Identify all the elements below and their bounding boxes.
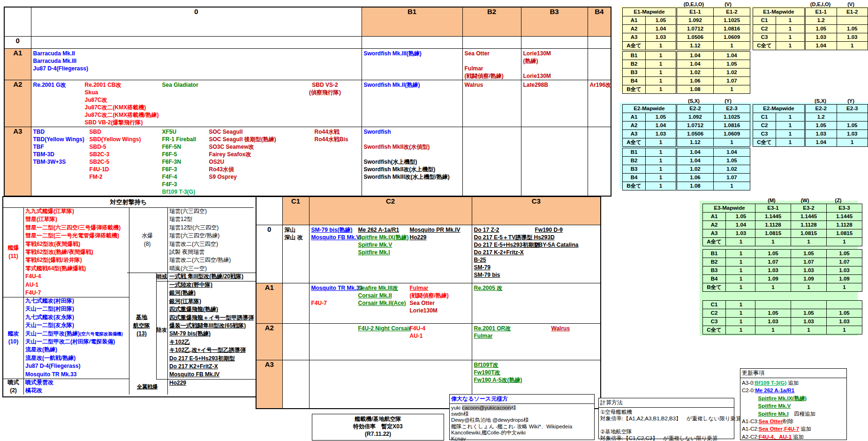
table-cell: 1.02 <box>677 68 714 77</box>
text-line: Lorie130M <box>523 50 587 57</box>
text-segment: Ju87C改二(KMX搭載機) <box>85 104 146 111</box>
text-segment: (戦闘偵察/熟練) <box>465 73 504 79</box>
table-cell: 1 <box>646 138 676 147</box>
text-segment: F4U-7 <box>311 300 327 306</box>
table-cell: 1.03 <box>806 33 837 42</box>
table-cell: 1.06 <box>677 174 714 182</box>
text-line: キ102乙,改+イ号一型乙誘導弾 <box>169 346 256 354</box>
text-segment: Me 262 A-1a/R1 <box>755 388 794 393</box>
text-segment: 一式戦 隼III型改(熟練/20戦隊) <box>169 273 243 280</box>
text-segment: Spitfire Mk.V <box>758 403 791 409</box>
text-segment: TBD <box>33 129 45 135</box>
cell-subcolumn: Walrus <box>465 81 520 89</box>
table-cell: C全て <box>753 42 776 50</box>
table-cell: B1 <box>703 250 726 258</box>
cell-subcolumn: Seafire Mk.III改Corsair Mk.IICorsair Mk.I… <box>358 284 410 307</box>
table-cell: 1.05 <box>806 122 837 130</box>
kanbaku-label: 艦爆 (11) <box>3 207 24 297</box>
text-line: 噴式景雲改 <box>25 379 129 387</box>
text-segment: F4U-7 <box>784 426 799 432</box>
text-line: PBY-5A Catalina <box>535 241 601 249</box>
text-segment: 艦隊これくしょん -艦これ- 攻略 Wiki*、Wikipedeia <box>451 424 572 429</box>
table-cell: 1.03 <box>646 130 676 138</box>
table-cell: C2 <box>703 309 726 318</box>
cell-0-b2 <box>462 36 521 48</box>
table-cell: 1 <box>755 283 791 292</box>
table-cell: 1.02 <box>714 165 750 174</box>
text-segment <box>742 395 758 401</box>
cell-subcolumn: Mosquito TR Mk.33 F4U-7 <box>311 284 358 307</box>
text-line: Ju87C改二(KMX搭載機) <box>85 104 162 111</box>
cell-subcolumn: Barracuda Mk.IIBarracuda Mk.IIIJu87 D-4(… <box>33 50 357 72</box>
text-line: Do 217 E-5+Hs293初期型 <box>474 241 535 249</box>
cell-subcolumn: Sea Gladiator <box>162 81 294 89</box>
text-segment: Mosquito FB Mk.VI <box>311 234 362 241</box>
cell-c1-a3 <box>282 360 309 409</box>
table-cell: C全て <box>703 326 726 335</box>
table-cell: 1 <box>827 238 862 246</box>
text-line <box>465 57 520 65</box>
text-line: SB2C-3 <box>90 151 162 158</box>
text-line: 彗星一二型(六三四空/三号爆弾搭載機) <box>25 224 129 232</box>
text-line: 艦隊これくしょん -艦これ- 攻略 Wiki*、Wikipedeia <box>451 424 593 430</box>
text-line: 四式重爆飛龍(熟練) <box>169 305 256 313</box>
text-segment: Ro44水戦 <box>315 129 340 135</box>
text-segment: SO3C Seamew改 <box>209 144 254 150</box>
table-cell: 1.0816 <box>714 25 750 33</box>
text-segment: 流星改(一航戦/熟練) <box>25 355 75 361</box>
table-cell: 1 <box>791 283 827 292</box>
table-cell: 1.1445 <box>755 213 791 221</box>
text-line: swdn様 <box>451 411 593 417</box>
table-cell: 1 <box>646 68 676 77</box>
table-cell: 1.03 <box>755 266 791 275</box>
text-segment: Skua <box>85 89 98 96</box>
text-line: Ho229 <box>169 379 256 387</box>
text-line: S9 Osprey <box>209 173 315 181</box>
text-segment: Fw190T改 <box>474 369 500 376</box>
table-cell: 1.09 <box>755 275 791 283</box>
table-cell: 1 <box>714 182 750 190</box>
top-grid-header-b1: B1 <box>362 7 462 36</box>
table-cell: E2-2 <box>806 105 837 113</box>
table-cell: E1-2 <box>837 8 868 16</box>
table-cell: E2-2 <box>677 105 714 113</box>
text-segment: Ju87 D-4(Fliegerass) <box>33 65 88 72</box>
text-line: F4U-4 <box>25 273 129 281</box>
table-cell: 1.03 <box>755 318 791 326</box>
text-segment: Sea Otter <box>759 418 783 424</box>
text-line: Swordfish <box>364 128 461 136</box>
text-line: F4U-7 <box>25 289 129 297</box>
text-line: Ju87C改 <box>85 96 162 104</box>
text-segment: Fulmar <box>410 285 429 291</box>
text-segment: Lorie130M <box>523 73 551 79</box>
table-cell: 1.12 <box>677 138 714 147</box>
text-segment: (熟練) <box>523 58 538 64</box>
table-cell: A3 <box>623 33 646 42</box>
top-grid: 0 B1 B2 B3 B4 0 A1 Barracuda Mk.IIBarrac… <box>4 7 611 197</box>
text-segment: 深山 <box>285 227 296 233</box>
table-cell: 1 <box>646 42 676 50</box>
cell-a3-0: TBDTBD(Yellow Wings)TBFTBM-3DTBM-3W+3SSB… <box>31 127 362 196</box>
text-segment: Barracuda Mk.II <box>33 50 75 57</box>
table-cell <box>837 16 868 25</box>
top-grid-header-b4: B4 <box>588 7 611 36</box>
cell-subcolumn: 深山深山 改 <box>285 226 309 241</box>
text-line: 零戦62型改(夜間爆戦) <box>25 240 129 248</box>
table-cell: 1.1025 <box>714 113 750 122</box>
text-line: 四式重爆飛龍＋イ号一型甲誘導弾 <box>169 314 256 322</box>
text-segment: F4U-4 <box>25 273 41 280</box>
text-segment: 九七式艦攻(村田隊) <box>25 297 74 304</box>
text-line: F4F-3 <box>162 181 209 188</box>
text-segment: SBD VB-2(爆撃飛行隊) <box>85 119 143 126</box>
table-cell: A2 <box>623 122 646 130</box>
text-line: 一式戦 隼III型改(熟練/20戦隊) <box>169 273 256 281</box>
cell-a1-b4 <box>588 48 611 80</box>
e1-mapwide-b-table: B11B21B31B41B全て1 <box>622 51 676 94</box>
table-cell: E3-2 <box>791 204 827 213</box>
text-segment: ②基地航空隊 <box>600 429 632 434</box>
text-segment: 零式艦戦64型(熟練爆戦) <box>25 265 86 272</box>
text-segment: Walrus <box>551 325 570 332</box>
e1-values-c-table: E1-1E1-21.21.051.051.031.031.041 <box>805 8 868 50</box>
text-segment: SB2C-3 <box>90 151 110 158</box>
text-segment: 零戦62型(爆戦/岩井隊) <box>25 257 82 263</box>
